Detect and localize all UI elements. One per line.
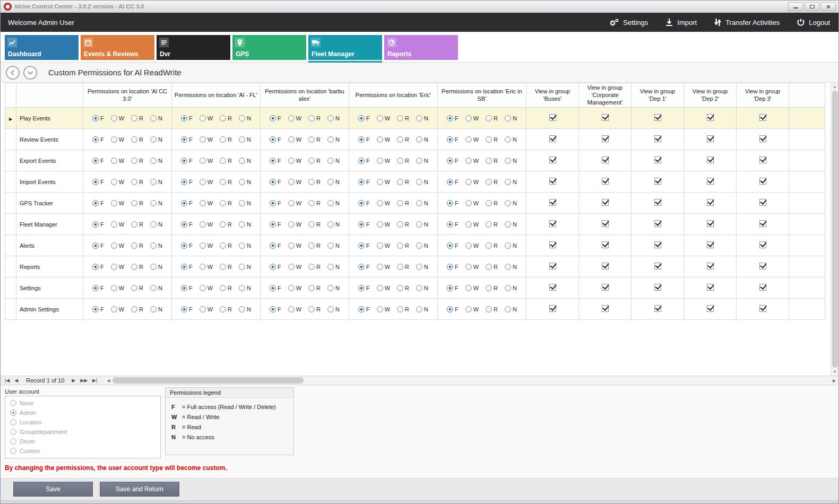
permission-radio-f[interactable]: F bbox=[447, 158, 459, 164]
group-view-checkbox[interactable] bbox=[549, 241, 556, 248]
permission-radio-r[interactable]: R bbox=[397, 285, 409, 291]
permission-radio-w[interactable]: W bbox=[288, 285, 301, 291]
scroll-down-icon[interactable]: ▼ bbox=[833, 368, 837, 375]
permission-radio-f[interactable]: F bbox=[270, 221, 281, 228]
group-column-header[interactable]: View in group 'Buses' bbox=[526, 83, 579, 108]
vertical-scrollbar-thumb[interactable] bbox=[832, 91, 838, 368]
close-button[interactable]: × bbox=[821, 2, 836, 11]
permission-radio-n[interactable]: N bbox=[150, 136, 162, 143]
permission-radio-w[interactable]: W bbox=[200, 221, 213, 228]
permission-radio-r[interactable]: R bbox=[486, 306, 498, 312]
permission-radio-r[interactable]: R bbox=[131, 179, 143, 185]
permission-radio-f[interactable]: F bbox=[270, 285, 281, 291]
permission-radio-f[interactable]: F bbox=[181, 285, 193, 291]
group-view-checkbox[interactable] bbox=[654, 157, 661, 163]
permission-radio-f[interactable]: F bbox=[447, 306, 459, 312]
group-view-checkbox[interactable] bbox=[654, 284, 661, 291]
permission-radio-f[interactable]: F bbox=[270, 115, 281, 121]
group-view-checkbox[interactable] bbox=[707, 263, 714, 270]
permission-radio-n[interactable]: N bbox=[416, 200, 428, 206]
permission-radio-r[interactable]: R bbox=[397, 242, 409, 249]
permission-radio-n[interactable]: N bbox=[150, 200, 162, 206]
permission-radio-f[interactable]: F bbox=[447, 264, 459, 270]
permission-radio-w[interactable]: W bbox=[288, 158, 301, 164]
group-view-checkbox[interactable] bbox=[654, 114, 661, 121]
save-button[interactable]: Save bbox=[13, 482, 93, 497]
permission-radio-w[interactable]: W bbox=[200, 158, 213, 164]
permission-radio-n[interactable]: N bbox=[150, 221, 162, 228]
table-row[interactable]: ▶Play EventsFWRNFWRNFWRNFWRNFWRN bbox=[5, 108, 825, 129]
permission-radio-n[interactable]: N bbox=[505, 136, 517, 143]
group-view-checkbox[interactable] bbox=[654, 220, 661, 227]
permission-radio-n[interactable]: N bbox=[327, 200, 340, 206]
permission-radio-r[interactable]: R bbox=[397, 115, 409, 121]
permission-radio-n[interactable]: N bbox=[327, 264, 340, 270]
permission-radio-r[interactable]: R bbox=[308, 221, 321, 228]
user-account-option-group-department[interactable]: Group/department bbox=[10, 429, 155, 435]
table-row[interactable]: Admin SettingsFWRNFWRNFWRNFWRNFWRN bbox=[5, 299, 825, 320]
permission-radio-r[interactable]: R bbox=[220, 306, 232, 312]
permission-radio-f[interactable]: F bbox=[92, 158, 104, 164]
group-view-checkbox[interactable] bbox=[759, 178, 766, 185]
group-view-checkbox[interactable] bbox=[602, 220, 609, 227]
permission-radio-n[interactable]: N bbox=[505, 221, 517, 228]
permission-radio-w[interactable]: W bbox=[200, 179, 213, 185]
table-row[interactable]: Review EventsFWRNFWRNFWRNFWRNFWRN bbox=[5, 129, 825, 150]
permission-radio-f[interactable]: F bbox=[181, 264, 193, 270]
permission-radio-f[interactable]: F bbox=[92, 242, 104, 249]
permission-radio-r[interactable]: R bbox=[220, 200, 232, 206]
group-view-checkbox[interactable] bbox=[549, 305, 556, 312]
permission-column-header[interactable]: Permissions on location 'Eric' bbox=[349, 83, 438, 108]
vertical-scrollbar[interactable]: ▲ ▼ bbox=[831, 83, 838, 376]
permission-radio-f[interactable]: F bbox=[358, 136, 370, 143]
group-view-checkbox[interactable] bbox=[759, 241, 766, 248]
permission-radio-r[interactable]: R bbox=[308, 115, 321, 121]
permission-radio-w[interactable]: W bbox=[200, 264, 213, 270]
permission-radio-f[interactable]: F bbox=[181, 242, 193, 249]
permission-radio-w[interactable]: W bbox=[111, 285, 124, 291]
group-view-checkbox[interactable] bbox=[549, 284, 556, 291]
permission-radio-r[interactable]: R bbox=[131, 200, 143, 206]
group-view-checkbox[interactable] bbox=[602, 135, 609, 142]
permission-radio-r[interactable]: R bbox=[397, 200, 409, 206]
permission-radio-n[interactable]: N bbox=[416, 306, 428, 312]
group-view-checkbox[interactable] bbox=[549, 199, 556, 206]
tab-dvr[interactable]: Dvr bbox=[157, 35, 230, 60]
permission-radio-f[interactable]: F bbox=[270, 158, 281, 164]
permission-radio-r[interactable]: R bbox=[397, 158, 409, 164]
tab-gps[interactable]: GPS bbox=[232, 35, 306, 60]
permission-radio-r[interactable]: R bbox=[220, 264, 232, 270]
permission-radio-r[interactable]: R bbox=[131, 285, 143, 291]
group-column-header[interactable]: View in group 'Dep 1' bbox=[632, 83, 684, 108]
permission-radio-f[interactable]: F bbox=[270, 136, 281, 143]
permission-radio-f[interactable]: F bbox=[358, 115, 370, 121]
table-row[interactable]: SettingsFWRNFWRNFWRNFWRNFWRN bbox=[5, 277, 825, 299]
group-view-checkbox[interactable] bbox=[759, 220, 766, 227]
permission-radio-f[interactable]: F bbox=[447, 200, 459, 206]
permission-radio-f[interactable]: F bbox=[358, 285, 370, 291]
permission-radio-w[interactable]: W bbox=[465, 200, 479, 206]
permission-radio-w[interactable]: W bbox=[111, 136, 124, 143]
permission-radio-n[interactable]: N bbox=[416, 179, 428, 185]
group-view-checkbox[interactable] bbox=[654, 263, 661, 270]
group-column-header[interactable]: View in group 'Dep 2' bbox=[684, 83, 737, 108]
permission-radio-r[interactable]: R bbox=[486, 264, 498, 270]
permission-radio-f[interactable]: F bbox=[270, 242, 281, 249]
permission-radio-r[interactable]: R bbox=[397, 264, 409, 270]
group-view-checkbox[interactable] bbox=[707, 199, 714, 206]
scroll-left-icon[interactable]: ◀ bbox=[104, 378, 113, 383]
permission-radio-f[interactable]: F bbox=[447, 136, 459, 143]
group-view-checkbox[interactable] bbox=[602, 241, 609, 248]
permission-radio-w[interactable]: W bbox=[111, 264, 124, 270]
group-view-checkbox[interactable] bbox=[654, 178, 661, 185]
permission-radio-n[interactable]: N bbox=[505, 242, 517, 249]
group-view-checkbox[interactable] bbox=[602, 178, 609, 185]
permission-radio-n[interactable]: N bbox=[150, 285, 162, 291]
group-view-checkbox[interactable] bbox=[707, 241, 714, 248]
tab-reports[interactable]: Reports bbox=[384, 35, 458, 60]
permission-radio-w[interactable]: W bbox=[111, 115, 124, 121]
permission-radio-r[interactable]: R bbox=[131, 115, 143, 121]
permission-radio-w[interactable]: W bbox=[288, 136, 301, 143]
permission-radio-f[interactable]: F bbox=[92, 200, 104, 206]
permission-radio-n[interactable]: N bbox=[239, 200, 251, 206]
